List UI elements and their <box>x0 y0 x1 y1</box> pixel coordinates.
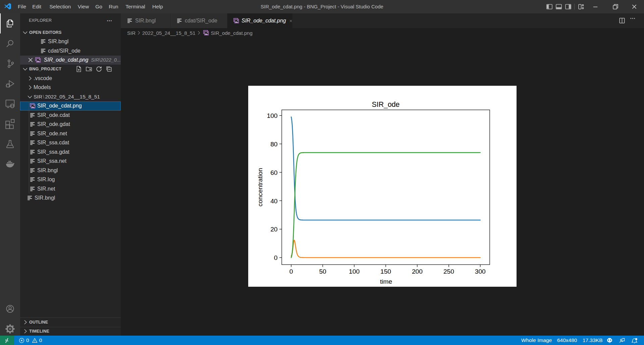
svg-text:150: 150 <box>380 268 391 275</box>
svg-text:100: 100 <box>267 112 277 119</box>
svg-text:100: 100 <box>349 268 360 275</box>
svg-text:80: 80 <box>270 141 277 148</box>
svg-text:concentration: concentration <box>257 168 264 206</box>
svg-text:250: 250 <box>443 268 454 275</box>
svg-text:0: 0 <box>274 254 278 261</box>
svg-text:60: 60 <box>270 169 277 176</box>
svg-text:40: 40 <box>270 198 277 205</box>
svg-text:SIR_ode: SIR_ode <box>372 100 400 109</box>
svg-text:20: 20 <box>270 226 277 233</box>
svg-text:50: 50 <box>319 268 326 275</box>
svg-text:time: time <box>380 278 392 285</box>
svg-text:200: 200 <box>412 268 423 275</box>
svg-text:300: 300 <box>475 268 486 275</box>
svg-text:0: 0 <box>289 268 293 275</box>
